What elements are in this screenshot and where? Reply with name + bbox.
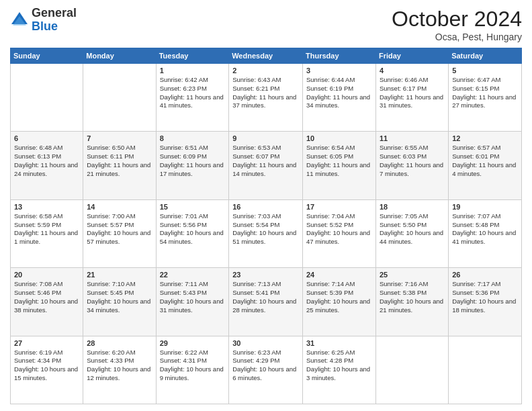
cell-4-5 bbox=[375, 336, 448, 404]
cell-info: Sunrise: 6:46 AM Sunset: 6:17 PM Dayligh… bbox=[380, 76, 445, 110]
location: Ocsa, Pest, Hungary bbox=[392, 32, 522, 42]
logo-icon bbox=[10, 11, 29, 30]
cell-info: Sunrise: 7:07 AM Sunset: 5:48 PM Dayligh… bbox=[452, 212, 518, 246]
day-number: 12 bbox=[452, 134, 518, 142]
cell-1-2: 8Sunrise: 6:51 AM Sunset: 6:09 PM Daylig… bbox=[156, 132, 229, 199]
week-row-5: 27Sunrise: 6:19 AM Sunset: 4:34 PM Dayli… bbox=[11, 336, 522, 404]
day-number: 24 bbox=[306, 271, 372, 279]
cell-1-5: 11Sunrise: 6:55 AM Sunset: 6:03 PM Dayli… bbox=[375, 132, 448, 199]
cell-info: Sunrise: 6:25 AM Sunset: 4:28 PM Dayligh… bbox=[306, 349, 372, 383]
day-number: 14 bbox=[87, 203, 152, 211]
cell-0-1 bbox=[83, 64, 156, 132]
cell-info: Sunrise: 7:16 AM Sunset: 5:38 PM Dayligh… bbox=[380, 280, 445, 314]
col-sunday: Sunday bbox=[11, 48, 83, 64]
day-number: 28 bbox=[87, 339, 152, 347]
cell-0-5: 4Sunrise: 6:46 AM Sunset: 6:17 PM Daylig… bbox=[375, 64, 448, 132]
day-number: 13 bbox=[14, 203, 79, 211]
cell-3-0: 20Sunrise: 7:08 AM Sunset: 5:46 PM Dayli… bbox=[11, 268, 83, 336]
cell-4-6 bbox=[449, 336, 522, 404]
day-number: 19 bbox=[452, 203, 518, 211]
cell-info: Sunrise: 6:19 AM Sunset: 4:34 PM Dayligh… bbox=[14, 349, 79, 383]
col-wednesday: Wednesday bbox=[229, 48, 303, 64]
cell-info: Sunrise: 7:01 AM Sunset: 5:56 PM Dayligh… bbox=[160, 212, 226, 246]
cell-1-1: 7Sunrise: 6:50 AM Sunset: 6:11 PM Daylig… bbox=[83, 132, 156, 199]
cell-info: Sunrise: 7:14 AM Sunset: 5:39 PM Dayligh… bbox=[306, 280, 372, 314]
day-number: 20 bbox=[14, 271, 79, 279]
cell-3-2: 22Sunrise: 7:11 AM Sunset: 5:43 PM Dayli… bbox=[156, 268, 229, 336]
cell-4-1: 28Sunrise: 6:20 AM Sunset: 4:33 PM Dayli… bbox=[83, 336, 156, 404]
cell-info: Sunrise: 7:17 AM Sunset: 5:36 PM Dayligh… bbox=[452, 280, 518, 314]
cell-1-4: 10Sunrise: 6:54 AM Sunset: 6:05 PM Dayli… bbox=[303, 132, 376, 199]
col-thursday: Thursday bbox=[303, 48, 376, 64]
cell-info: Sunrise: 6:55 AM Sunset: 6:03 PM Dayligh… bbox=[380, 144, 445, 178]
cell-3-1: 21Sunrise: 7:10 AM Sunset: 5:45 PM Dayli… bbox=[83, 268, 156, 336]
cell-info: Sunrise: 6:44 AM Sunset: 6:19 PM Dayligh… bbox=[306, 76, 372, 110]
cell-2-5: 18Sunrise: 7:05 AM Sunset: 5:50 PM Dayli… bbox=[375, 199, 448, 267]
week-row-4: 20Sunrise: 7:08 AM Sunset: 5:46 PM Dayli… bbox=[11, 268, 522, 336]
cell-4-0: 27Sunrise: 6:19 AM Sunset: 4:34 PM Dayli… bbox=[11, 336, 83, 404]
cell-0-0 bbox=[11, 64, 83, 132]
month-title: October 2024 bbox=[392, 7, 522, 32]
cell-info: Sunrise: 7:04 AM Sunset: 5:52 PM Dayligh… bbox=[306, 212, 372, 246]
cell-info: Sunrise: 6:42 AM Sunset: 6:23 PM Dayligh… bbox=[160, 76, 226, 110]
calendar-table: Sunday Monday Tuesday Wednesday Thursday… bbox=[10, 48, 522, 404]
cell-3-5: 25Sunrise: 7:16 AM Sunset: 5:38 PM Dayli… bbox=[375, 268, 448, 336]
week-row-1: 1Sunrise: 6:42 AM Sunset: 6:23 PM Daylig… bbox=[11, 64, 522, 132]
cell-info: Sunrise: 6:48 AM Sunset: 6:13 PM Dayligh… bbox=[14, 144, 79, 178]
cell-3-6: 26Sunrise: 7:17 AM Sunset: 5:36 PM Dayli… bbox=[449, 268, 522, 336]
logo-text: General Blue bbox=[32, 7, 77, 34]
cell-info: Sunrise: 6:47 AM Sunset: 6:15 PM Dayligh… bbox=[452, 76, 518, 110]
cell-0-6: 5Sunrise: 6:47 AM Sunset: 6:15 PM Daylig… bbox=[449, 64, 522, 132]
cell-0-4: 3Sunrise: 6:44 AM Sunset: 6:19 PM Daylig… bbox=[303, 64, 376, 132]
day-number: 27 bbox=[14, 339, 79, 347]
week-row-3: 13Sunrise: 6:58 AM Sunset: 5:59 PM Dayli… bbox=[11, 199, 522, 267]
day-number: 26 bbox=[452, 271, 518, 279]
cell-info: Sunrise: 7:03 AM Sunset: 5:54 PM Dayligh… bbox=[232, 212, 299, 246]
cell-4-2: 29Sunrise: 6:22 AM Sunset: 4:31 PM Dayli… bbox=[156, 336, 229, 404]
cell-4-4: 31Sunrise: 6:25 AM Sunset: 4:28 PM Dayli… bbox=[303, 336, 376, 404]
header: General Blue October 2024 Ocsa, Pest, Hu… bbox=[10, 7, 522, 42]
cell-2-1: 14Sunrise: 7:00 AM Sunset: 5:57 PM Dayli… bbox=[83, 199, 156, 267]
cell-info: Sunrise: 7:08 AM Sunset: 5:46 PM Dayligh… bbox=[14, 280, 79, 314]
day-number: 29 bbox=[160, 339, 226, 347]
cell-4-3: 30Sunrise: 6:23 AM Sunset: 4:29 PM Dayli… bbox=[229, 336, 303, 404]
day-number: 11 bbox=[380, 134, 445, 142]
day-number: 7 bbox=[87, 134, 152, 142]
cell-1-3: 9Sunrise: 6:53 AM Sunset: 6:07 PM Daylig… bbox=[229, 132, 303, 199]
day-number: 5 bbox=[452, 66, 518, 75]
cell-2-3: 16Sunrise: 7:03 AM Sunset: 5:54 PM Dayli… bbox=[229, 199, 303, 267]
cell-info: Sunrise: 7:13 AM Sunset: 5:41 PM Dayligh… bbox=[232, 280, 299, 314]
day-number: 8 bbox=[160, 134, 226, 142]
day-number: 16 bbox=[232, 203, 299, 211]
cell-info: Sunrise: 6:51 AM Sunset: 6:09 PM Dayligh… bbox=[160, 144, 226, 178]
cell-info: Sunrise: 6:58 AM Sunset: 5:59 PM Dayligh… bbox=[14, 212, 79, 246]
cell-info: Sunrise: 6:53 AM Sunset: 6:07 PM Dayligh… bbox=[232, 144, 299, 178]
cell-0-3: 2Sunrise: 6:43 AM Sunset: 6:21 PM Daylig… bbox=[229, 64, 303, 132]
cell-info: Sunrise: 7:10 AM Sunset: 5:45 PM Dayligh… bbox=[87, 280, 152, 314]
day-number: 6 bbox=[14, 134, 79, 142]
cell-2-4: 17Sunrise: 7:04 AM Sunset: 5:52 PM Dayli… bbox=[303, 199, 376, 267]
col-tuesday: Tuesday bbox=[156, 48, 229, 64]
col-monday: Monday bbox=[83, 48, 156, 64]
day-number: 22 bbox=[160, 271, 226, 279]
week-row-2: 6Sunrise: 6:48 AM Sunset: 6:13 PM Daylig… bbox=[11, 132, 522, 199]
logo-blue-text: Blue bbox=[32, 19, 58, 33]
day-number: 10 bbox=[306, 134, 372, 142]
header-row: Sunday Monday Tuesday Wednesday Thursday… bbox=[11, 48, 522, 64]
cell-info: Sunrise: 6:22 AM Sunset: 4:31 PM Dayligh… bbox=[160, 349, 226, 383]
day-number: 2 bbox=[232, 66, 299, 75]
cell-info: Sunrise: 7:11 AM Sunset: 5:43 PM Dayligh… bbox=[160, 280, 226, 314]
day-number: 30 bbox=[232, 339, 299, 347]
day-number: 9 bbox=[232, 134, 299, 142]
cell-info: Sunrise: 7:05 AM Sunset: 5:50 PM Dayligh… bbox=[380, 212, 445, 246]
day-number: 21 bbox=[87, 271, 152, 279]
cell-1-0: 6Sunrise: 6:48 AM Sunset: 6:13 PM Daylig… bbox=[11, 132, 83, 199]
cell-info: Sunrise: 6:20 AM Sunset: 4:33 PM Dayligh… bbox=[87, 349, 152, 383]
logo-general-text: General bbox=[32, 6, 77, 19]
day-number: 17 bbox=[306, 203, 372, 211]
cell-3-4: 24Sunrise: 7:14 AM Sunset: 5:39 PM Dayli… bbox=[303, 268, 376, 336]
cell-2-2: 15Sunrise: 7:01 AM Sunset: 5:56 PM Dayli… bbox=[156, 199, 229, 267]
cell-info: Sunrise: 6:23 AM Sunset: 4:29 PM Dayligh… bbox=[232, 349, 299, 383]
cell-info: Sunrise: 7:00 AM Sunset: 5:57 PM Dayligh… bbox=[87, 212, 152, 246]
day-number: 4 bbox=[380, 66, 445, 75]
